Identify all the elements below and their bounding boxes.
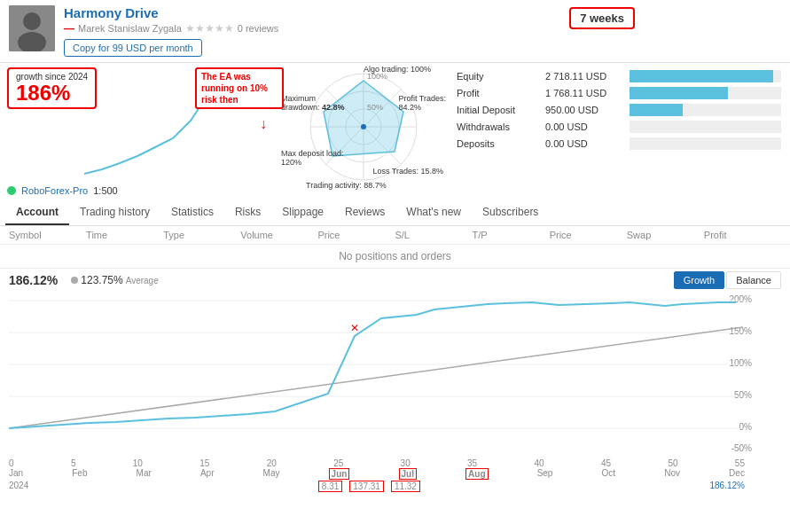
tabs-bar: AccountTrading historyStatisticsRisksSli…: [0, 200, 790, 226]
equity-row: Initial Deposit 950.00 USD: [457, 104, 781, 116]
month-may: May: [263, 468, 280, 480]
table-header-price: Price: [317, 230, 395, 240]
month-aug: Aug: [465, 468, 488, 480]
x-num-50: 50: [668, 458, 677, 468]
table-header-s/l: S/L: [395, 230, 472, 240]
main-chart: 200% 150% 100% 50% 0% -50% ✕: [9, 292, 771, 456]
table-header-type: Type: [163, 230, 240, 240]
table-header-profit: Profit: [704, 230, 781, 240]
table-header: SymbolTimeTypeVolumePriceS/LT/PPriceSwap…: [0, 226, 790, 245]
balance-btn[interactable]: Balance: [726, 271, 781, 289]
x-num-40: 40: [535, 458, 544, 468]
month-jun: Jun: [329, 468, 350, 480]
stars-icon: ★★★★★: [185, 22, 234, 35]
annotation-arrow-icon: ↓: [260, 116, 267, 132]
month-mar: Mar: [137, 468, 152, 480]
svg-text:-50%: -50%: [731, 443, 752, 453]
avatar: [9, 5, 55, 51]
month-apr: Apr: [200, 468, 215, 480]
svg-text:50%: 50%: [734, 390, 752, 400]
tab-reviews[interactable]: Reviews: [334, 200, 395, 225]
x-num-15: 15: [199, 458, 209, 468]
reviews-count: 0 reviews: [238, 23, 278, 34]
equity-row: Withdrawals 0.00 USD: [457, 121, 781, 133]
month-jul: Jul: [399, 468, 417, 480]
no-positions: No positions and orders: [0, 245, 790, 269]
x-num-25: 25: [333, 458, 343, 468]
svg-text:✕: ✕: [350, 322, 359, 334]
equity-section: Equity 2 718.11 USD Profit 1 768.11 USD …: [448, 63, 790, 200]
page-title: Harmony Drive: [64, 5, 781, 20]
svg-text:100%: 100%: [729, 358, 752, 368]
avg-label: Average: [126, 276, 159, 286]
growth-percentage: 186.12%: [9, 273, 58, 287]
month-sep: Sep: [537, 468, 553, 480]
month-feb: Feb: [72, 468, 87, 480]
avg-dot-icon: [71, 277, 78, 284]
tab-trading-history[interactable]: Trading history: [69, 200, 160, 225]
tab-subscribers[interactable]: Subscribers: [472, 200, 549, 225]
x-num-30: 30: [401, 458, 411, 468]
x-num-5: 5: [71, 458, 76, 468]
tab-statistics[interactable]: Statistics: [160, 200, 224, 225]
table-header-swap: Swap: [627, 230, 704, 240]
month-oct: Oct: [602, 468, 616, 480]
growth-btn[interactable]: Growth: [674, 271, 724, 289]
tab-risks[interactable]: Risks: [224, 200, 271, 225]
growth-badge: growth since 2024 186%: [7, 67, 97, 109]
table-header-volume: Volume: [240, 230, 317, 240]
broker-name: RoboForex-Pro: [21, 185, 88, 196]
bottom-chart-area: 186.12% 123.75% Average Growth Balance 2…: [0, 269, 790, 499]
tab-account[interactable]: Account: [5, 200, 69, 225]
svg-text:50%: 50%: [367, 103, 383, 112]
year-label: 2024: [9, 481, 28, 492]
broker-status-icon: [7, 186, 16, 195]
x-num-35: 35: [467, 458, 477, 468]
growth-value: 186%: [16, 82, 88, 105]
month-jan: Jan: [9, 468, 23, 480]
leverage: 1:500: [93, 185, 118, 196]
tab-slippage[interactable]: Slippage: [271, 200, 334, 225]
table-header-time: Time: [86, 230, 163, 240]
x-num-45: 45: [601, 458, 611, 468]
x-num-55: 55: [735, 458, 745, 468]
broker-row: RoboForex-Pro 1:500: [7, 185, 118, 196]
weeks-badge: 7 weeks: [569, 7, 635, 29]
svg-text:0%: 0%: [739, 422, 753, 432]
copy-button[interactable]: Copy for 99 USD per month: [64, 39, 202, 57]
highlight-val-1: 8.31: [318, 481, 342, 492]
avg-percentage: 123.75%: [81, 274, 122, 286]
svg-marker-10: [324, 81, 403, 156]
author-name: Marek Stanislaw Zygala: [78, 23, 182, 34]
svg-point-11: [361, 124, 366, 129]
radar-section: 50% 100% Algo trading: 100% Profit Trade…: [279, 63, 448, 192]
table-header-price: Price: [550, 230, 627, 240]
table-header-symbol: Symbol: [9, 230, 86, 240]
svg-line-25: [9, 327, 743, 428]
month-dec: Dec: [729, 468, 745, 480]
x-num-0: 0: [9, 458, 14, 468]
author-dash: —: [64, 22, 74, 35]
x-num-20: 20: [267, 458, 277, 468]
equity-row: Deposits 0.00 USD: [457, 137, 781, 150]
tab-what's-new[interactable]: What's new: [395, 200, 472, 225]
equity-row: Profit 1 768.11 USD: [457, 87, 781, 99]
year-growth-value: 186.12%: [710, 481, 745, 492]
table-header-t/p: T/P: [473, 230, 550, 240]
svg-point-1: [23, 12, 41, 30]
highlight-val-2: 137.31: [349, 481, 384, 492]
month-nov: Nov: [664, 468, 680, 480]
x-num-10: 10: [133, 458, 143, 468]
equity-row: Equity 2 718.11 USD: [457, 70, 781, 82]
highlight-val-3: 11.32: [391, 481, 420, 492]
annotation-box: The EA was running on 10% risk then: [195, 67, 284, 109]
